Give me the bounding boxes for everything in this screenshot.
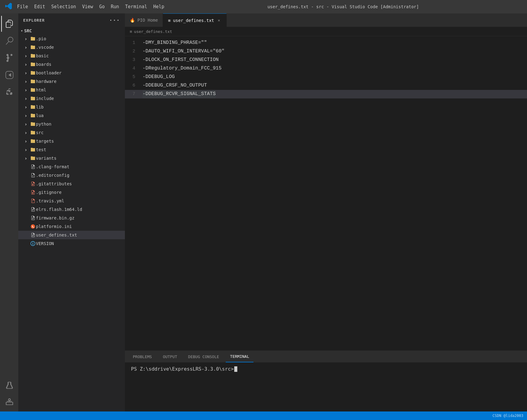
run-debug-activity-icon[interactable] <box>1 67 17 83</box>
tree-item-lib[interactable]: ›lib <box>18 103 125 111</box>
file-type-icon <box>30 96 36 101</box>
robot-activity-icon[interactable] <box>1 394 17 410</box>
tree-item--gitignore[interactable]: .gitignore <box>18 188 125 197</box>
tree-item-platformio-ini[interactable]: platformio.ini <box>18 222 125 231</box>
panel-tab-terminal[interactable]: TERMINAL <box>226 351 253 362</box>
flask-activity-icon[interactable] <box>1 377 17 393</box>
tree-item--travis-yml[interactable]: !.travis.yml <box>18 197 125 205</box>
line-number: 5 <box>127 73 143 81</box>
tab-pio-home-label: PIO Home <box>137 18 158 23</box>
tree-item-label: include <box>36 96 54 101</box>
chevron-icon: › <box>24 147 30 153</box>
tree-item-html[interactable]: ›html <box>18 86 125 94</box>
tree-item--vscode[interactable]: ›.vscode <box>18 43 125 52</box>
sidebar-more-icon[interactable]: ··· <box>109 17 120 23</box>
code-line-4: 4-DRegulatory_Domain_FCC_915 <box>125 64 527 73</box>
menu-file[interactable]: File <box>17 4 28 9</box>
tree-item-bootloader[interactable]: ›bootloader <box>18 69 125 77</box>
file-type-icon <box>30 233 36 237</box>
source-control-activity-icon[interactable] <box>1 50 17 66</box>
chevron-icon: › <box>24 79 30 84</box>
menu-edit[interactable]: Edit <box>34 4 45 9</box>
file-type-icon <box>30 130 36 135</box>
file-type-icon <box>30 207 36 212</box>
file-type-icon <box>30 181 36 186</box>
terminal-content[interactable]: PS Z:\sddrive\ExpressLRS-3.3.0\src> <box>125 362 527 411</box>
tree-item-user-defines-txt[interactable]: user_defines.txt <box>18 231 125 239</box>
tree-item-variants[interactable]: ›variants <box>18 154 125 162</box>
chevron-icon: › <box>24 44 30 50</box>
sidebar: EXPLORER ··· ▾ SRC ›.pio›.vscode›basic›b… <box>18 13 125 411</box>
code-line-1: 1-DMY_BINDING_PHRASE="" <box>125 39 527 47</box>
code-line-5: 5-DDEBUG_LOG <box>125 73 527 81</box>
sidebar-header: EXPLORER ··· <box>18 13 125 27</box>
file-type-icon <box>30 70 36 75</box>
editor-content[interactable]: 1-DMY_BINDING_PHRASE=""2-DAUTO_WIFI_ON_I… <box>125 36 527 351</box>
tab-user-defines[interactable]: ≡ user_defines.txt ✕ <box>163 13 226 27</box>
tree-item-label: targets <box>36 139 54 144</box>
breadcrumb-icon: ≡ <box>130 29 132 34</box>
tree-item-python[interactable]: ›python <box>18 120 125 128</box>
code-text: -DDEBUG_RCVR_SIGNAL_STATS <box>143 90 216 98</box>
line-number: 3 <box>127 56 143 64</box>
file-type-icon <box>30 62 36 67</box>
panel-tab-problems[interactable]: PROBLEMS <box>129 351 156 362</box>
tree-item--gitattributes[interactable]: .gitattributes <box>18 180 125 188</box>
panel-tab-output[interactable]: OUTPUT <box>159 351 182 362</box>
extensions-activity-icon[interactable] <box>1 84 17 100</box>
file-type-icon <box>30 173 36 178</box>
file-type-icon <box>30 147 36 152</box>
tree-item-label: .gitattributes <box>36 181 72 186</box>
file-type-icon <box>30 139 36 144</box>
chevron-icon: › <box>24 62 30 67</box>
menu-bar: File Edit Selection View Go Run Terminal… <box>17 4 164 9</box>
editor-area: 🔥 PIO Home ≡ user_defines.txt ✕ ≡ user_d… <box>125 13 527 411</box>
explorer-title: EXPLORER <box>23 18 45 23</box>
terminal-cursor <box>234 366 237 372</box>
panel-tab-debug-console[interactable]: DEBUG CONSOLE <box>184 351 224 362</box>
tree-item-hardware[interactable]: ›hardware <box>18 77 125 86</box>
tab-close-icon[interactable]: ✕ <box>217 18 221 23</box>
terminal-prompt-text: PS Z:\sddrive\ExpressLRS-3.3.0\src> <box>131 366 234 372</box>
tree-item-test[interactable]: ›test <box>18 145 125 154</box>
code-line-3: 3-DLOCK_ON_FIRST_CONNECTION <box>125 56 527 64</box>
tree-item-targets[interactable]: ›targets <box>18 137 125 145</box>
pio-home-tab-icon: 🔥 <box>130 18 135 23</box>
tree-item--editorconfig[interactable]: .editorconfig <box>18 171 125 180</box>
svg-point-0 <box>33 176 34 176</box>
tree-item-label: elrs.flash.1m64.ld <box>36 207 82 212</box>
tree-item--clang-format[interactable]: .clang-format <box>18 162 125 171</box>
menu-terminal[interactable]: Terminal <box>125 4 147 9</box>
tree-item--pio[interactable]: ›.pio <box>18 34 125 43</box>
svg-text:!: ! <box>32 200 34 203</box>
menu-view[interactable]: View <box>82 4 93 9</box>
tree-item-label: user_defines.txt <box>36 233 77 237</box>
root-folder[interactable]: ▾ SRC <box>18 27 125 34</box>
menu-run[interactable]: Run <box>111 4 119 9</box>
tree-item-elrs-flash-1m64-ld[interactable]: elrs.flash.1m64.ld <box>18 205 125 214</box>
explorer-activity-icon[interactable] <box>1 16 17 32</box>
tree-item-firmware-bin-gz[interactable]: firmware.bin.gz <box>18 214 125 222</box>
tree-item-lua[interactable]: ›lua <box>18 111 125 120</box>
menu-go[interactable]: Go <box>99 4 105 9</box>
tree-item-include[interactable]: ›include <box>18 94 125 103</box>
tree-item-boards[interactable]: ›boards <box>18 60 125 69</box>
tab-pio-home[interactable]: 🔥 PIO Home <box>125 13 163 27</box>
window-title: user_defines.txt - src - Visual Studio C… <box>164 4 522 9</box>
tree-item-src[interactable]: ›src <box>18 128 125 137</box>
tree-item-VERSION[interactable]: VERSION <box>18 239 125 248</box>
file-type-icon <box>30 215 36 220</box>
file-type-icon <box>30 224 36 229</box>
code-text: -DDEBUG_CRSF_NO_OUTPUT <box>143 82 207 90</box>
chevron-icon: › <box>24 113 30 119</box>
tree-item-basic[interactable]: ›basic <box>18 52 125 60</box>
tree-item-label: lua <box>36 113 44 118</box>
file-type-icon <box>30 36 36 41</box>
menu-selection[interactable]: Selection <box>51 4 76 9</box>
search-activity-icon[interactable] <box>1 33 17 49</box>
menu-help[interactable]: Help <box>153 4 164 9</box>
panel-tabs: PROBLEMS OUTPUT DEBUG CONSOLE TERMINAL <box>125 351 527 362</box>
code-text: -DLOCK_ON_FIRST_CONNECTION <box>143 56 219 64</box>
tree-item-label: bootloader <box>36 70 62 75</box>
main-layout: EXPLORER ··· ▾ SRC ›.pio›.vscode›basic›b… <box>0 13 527 411</box>
